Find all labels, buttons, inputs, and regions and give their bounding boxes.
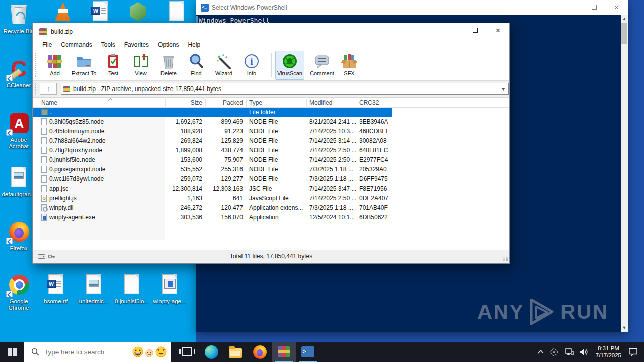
maximize-button[interactable] [464,23,487,38]
search-highlight-emojis[interactable] [132,342,167,362]
comment-icon [313,53,331,70]
desktop-icon-winpty-agent[interactable]: winpty-age... [151,274,188,305]
resize-grip[interactable] [506,259,508,261]
scrollbar-thumb[interactable] [621,23,627,44]
table-row[interactable]: 0.7h88ai664w2.node 269,824 125,829 NODE … [33,136,509,146]
file-icon [41,166,47,173]
powershell-icon: >_ [301,346,314,357]
powershell-titlebar[interactable]: Select Windows PowerShell — × [196,0,628,15]
tray-app-button[interactable] [547,342,561,362]
menu-file[interactable]: File [38,40,56,49]
column-header-packed[interactable]: Packed [204,99,243,106]
table-row[interactable]: preflight.js 1,163 641 JavaScript File 7… [33,194,509,203]
vlc-icon [55,2,71,21]
action-center-button[interactable] [625,342,644,362]
network-icon [565,348,574,356]
winrar-taskbar-button[interactable] [272,342,296,362]
desktop-icon-word-doc[interactable]: W [82,1,119,23]
virusscan-button[interactable]: VirusScan [275,51,304,80]
scroll-up-icon[interactable]: ▲ [621,15,628,23]
desktop-icon-ccleaner[interactable]: C CCleaner [0,58,37,89]
taskbar-search[interactable] [24,342,171,362]
neutral-emoji-icon [145,349,154,358]
table-row[interactable]: 0.wc1l67d3ywi.node 259,072 129,277 NODE … [33,174,509,184]
column-header-type[interactable]: Type [249,99,262,106]
table-row[interactable]: winpty.dll 246,272 120,477 Application e… [33,203,509,213]
find-button[interactable]: Find [182,51,211,80]
column-header-name[interactable]: Name [41,99,57,106]
sfx-button[interactable]: SFX [335,51,364,80]
toolbar-grip[interactable] [35,53,37,77]
column-header-size[interactable]: Size [174,99,202,106]
scrollbar[interactable]: ▲ ▼ [621,15,628,332]
add-button[interactable]: Add [40,51,69,80]
desktop-icon-vlc[interactable] [44,1,81,23]
extract-to-button[interactable]: Extract To [69,51,99,80]
desktop-icon-label: 0.jnuhlsf5io... [113,298,150,305]
task-view-button[interactable] [175,342,199,362]
table-row[interactable]: winpty-agent.exe 303,536 156,070 Applica… [33,213,509,222]
delete-button[interactable]: Delete [154,51,183,80]
file-explorer-taskbar-button[interactable] [223,342,248,362]
start-button[interactable] [0,342,24,362]
close-button[interactable]: × [487,23,509,38]
winrar-icon [39,28,47,35]
desktop-icon-adobe-acrobat[interactable]: A Adobe Acrobat [0,113,37,150]
desktop-icon-blank-doc[interactable] [158,1,195,23]
address-combobox[interactable]: build.zip - ZIP archive, unpacked size 1… [61,83,509,95]
menu-tools[interactable]: Tools [97,40,120,49]
desktop-icon-label: defaultgran... [0,191,37,198]
search-input[interactable] [44,348,125,356]
menu-favorites[interactable]: Favorites [120,40,153,49]
desktop-icon-unitedmic[interactable]: unitedmic... [75,274,112,305]
wizard-button[interactable]: Wizard [209,51,238,80]
chevron-down-icon[interactable] [501,88,505,90]
up-one-level-button[interactable]: ↑ [40,83,57,95]
network-button[interactable] [561,342,577,362]
volume-button[interactable] [577,342,592,362]
firefox-taskbar-button[interactable] [248,342,272,362]
tray-chevron-up[interactable] [535,342,547,362]
chevron-up-icon [538,350,544,354]
scroll-down-icon[interactable]: ▼ [621,324,628,332]
clock-time: 8:31 PM [596,345,621,352]
desktop-icon-google-chrome[interactable]: Google Chrome [0,274,37,311]
table-row-parent-dir[interactable]: .. File folder [33,108,392,117]
desktop-icon-firefox[interactable]: Firefox [0,221,37,252]
system-tray: 8:31 PM 7/17/2025 [535,342,644,362]
clock[interactable]: 8:31 PM 7/17/2025 [592,345,625,359]
addressbar-grip[interactable] [35,83,37,95]
shortcut-arrow-icon [6,238,13,244]
desktop-icon-label: unitedmic... [75,298,112,305]
word-doc-icon: W [93,1,108,21]
powershell-taskbar-button[interactable]: >_ [296,342,320,362]
minimize-button[interactable]: — [560,0,583,15]
desktop-icon-node-green[interactable] [119,1,156,23]
desktop-icon-jnuhlsf5io[interactable]: 0.jnuhlsf5io... [113,274,150,305]
minimize-button[interactable]: — [441,23,464,38]
anyrun-play-icon [528,299,556,325]
desktop-icon-recycle-bin[interactable]: Recycle Bin [0,4,37,35]
table-row[interactable]: 0.78g2tqroxhy.node 1,899,008 438,774 NOD… [33,146,509,155]
table-row[interactable]: 0.3hi05qs5z85.node 1,692,672 899,469 NOD… [33,117,509,127]
column-header-modified[interactable]: Modified [309,99,332,106]
menu-help[interactable]: Help [183,40,205,49]
desktop-icon-defaultgran[interactable]: defaultgran... [0,167,37,198]
desktop-icon-hsome-rtf[interactable]: W hsome.rtf [37,274,74,305]
table-row[interactable]: 0.4t5fotmnuym.node 188,928 91,223 NODE F… [33,127,509,136]
close-button[interactable]: × [605,0,628,15]
test-button[interactable]: Test [99,51,128,80]
table-row[interactable]: 0.jnuhlsf5io.node 153,600 75,907 NODE Fi… [33,155,509,165]
column-header-crc32[interactable]: CRC32 [359,99,379,106]
maximize-button[interactable] [583,0,605,15]
menu-commands[interactable]: Commands [56,40,96,49]
winrar-titlebar[interactable]: build.zip — × [33,23,509,40]
table-row[interactable]: 0.pgixegamxpd.node 535,552 255,316 NODE … [33,165,509,174]
view-button[interactable]: View [126,51,155,80]
menu-options[interactable]: Options [153,40,183,49]
edge-taskbar-button[interactable] [199,342,223,362]
info-button[interactable]: i Info [237,51,266,80]
table-row[interactable]: app.jsc 12,300,814 12,303,163 JSC File 7… [33,184,509,194]
desktop-icon-label: Recycle Bin [0,28,37,35]
comment-button[interactable]: Comment [307,51,337,80]
